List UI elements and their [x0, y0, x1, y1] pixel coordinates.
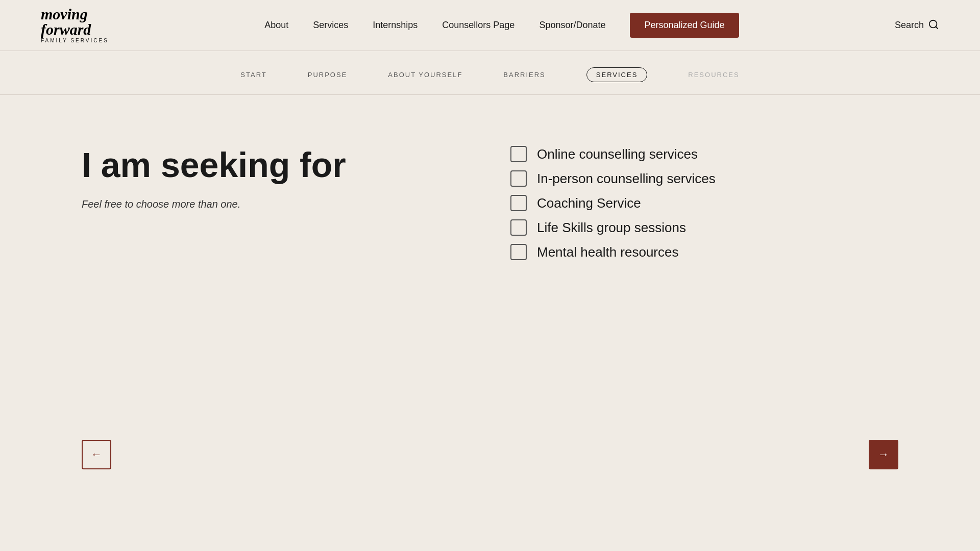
- back-button[interactable]: ←: [82, 440, 111, 469]
- checkbox-row-inperson[interactable]: In-person counselling services: [510, 170, 898, 187]
- nav-internships[interactable]: Internships: [373, 20, 418, 31]
- logo[interactable]: moving forward FAMILY SERVICES: [41, 7, 109, 44]
- nav-services[interactable]: Services: [313, 20, 348, 31]
- search-icon[interactable]: [928, 19, 939, 32]
- checkbox-inperson-counselling[interactable]: [510, 170, 527, 187]
- left-section: I am seeking for Feel free to choose mor…: [82, 136, 510, 210]
- checkbox-row-online[interactable]: Online counselling services: [510, 146, 898, 162]
- nav-arrows: ← →: [0, 440, 980, 469]
- checkbox-label-lifeskills: Life Skills group sessions: [537, 220, 686, 236]
- checkbox-label-online: Online counselling services: [537, 146, 698, 162]
- checkbox-row-mentalhealth[interactable]: Mental health resources: [510, 244, 898, 260]
- main-content: I am seeking for Feel free to choose mor…: [0, 95, 980, 442]
- checkbox-coaching[interactable]: [510, 195, 527, 211]
- checkbox-section: Online counselling services In-person co…: [510, 136, 898, 260]
- checkbox-label-mentalhealth: Mental health resources: [537, 244, 678, 260]
- personalized-guide-button[interactable]: Personalized Guide: [630, 13, 739, 38]
- tab-about-yourself[interactable]: ABOUT YOURSELF: [388, 68, 462, 82]
- progress-tabs: START PURPOSE ABOUT YOURSELF BARRIERS SE…: [0, 51, 980, 95]
- checkbox-life-skills[interactable]: [510, 219, 527, 236]
- logo-line1: moving: [41, 7, 109, 22]
- svg-line-1: [936, 27, 938, 29]
- nav-sponsor[interactable]: Sponsor/Donate: [539, 20, 605, 31]
- tab-barriers[interactable]: BARRIERS: [503, 68, 545, 82]
- tab-resources[interactable]: RESOURCES: [688, 68, 739, 82]
- search-label: Search: [895, 20, 924, 31]
- checkbox-online-counselling[interactable]: [510, 146, 527, 162]
- logo-line2: forward: [41, 22, 109, 37]
- main-nav: About Services Internships Counsellors P…: [264, 13, 739, 38]
- tab-services[interactable]: SERVICES: [586, 67, 648, 82]
- checkbox-row-coaching[interactable]: Coaching Service: [510, 195, 898, 211]
- checkbox-mental-health[interactable]: [510, 244, 527, 260]
- logo-sub: FAMILY SERVICES: [41, 38, 109, 44]
- search-area[interactable]: Search: [895, 19, 939, 32]
- subtext: Feel free to choose more than one.: [82, 198, 470, 210]
- main-heading: I am seeking for: [82, 146, 470, 184]
- checkbox-label-inperson: In-person counselling services: [537, 171, 716, 187]
- tab-start[interactable]: START: [240, 68, 266, 82]
- next-button[interactable]: →: [869, 440, 898, 469]
- checkbox-row-lifeskills[interactable]: Life Skills group sessions: [510, 219, 898, 236]
- checkbox-label-coaching: Coaching Service: [537, 195, 641, 211]
- nav-about[interactable]: About: [264, 20, 288, 31]
- tab-purpose[interactable]: PURPOSE: [308, 68, 348, 82]
- header: moving forward FAMILY SERVICES About Ser…: [0, 0, 980, 51]
- nav-counsellors[interactable]: Counsellors Page: [442, 20, 514, 31]
